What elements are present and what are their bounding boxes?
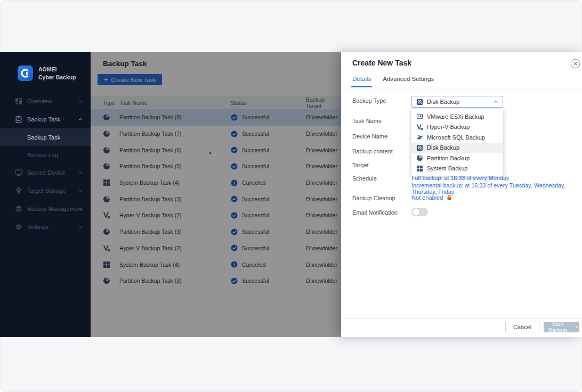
sidebar-item-backup-task[interactable]: Backup Task <box>0 110 91 128</box>
chevron-down-icon <box>78 170 83 175</box>
backup-cleanup-link[interactable]: Not enabled <box>411 194 452 201</box>
sidebar-item-source-device[interactable]: Source Device <box>0 164 91 182</box>
chevron-down-icon <box>575 325 579 329</box>
disk-icon <box>416 99 423 105</box>
backup-type-value: Disk Backup <box>427 99 459 105</box>
sidebar-item-label: Backup Task <box>27 116 60 123</box>
chevron-down-icon <box>78 188 83 193</box>
sidebar-item-label: Target Storage <box>27 187 66 194</box>
sidebar: AOMEI Cyber Backup Overview Backup Task <box>0 52 91 337</box>
target-label: Target <box>352 162 369 168</box>
dropdown-option-partition-backup[interactable]: Partition Backup <box>411 153 503 164</box>
brand-text: AOMEI Cyber Backup <box>38 66 76 80</box>
sidebar-item-label: Backup Task <box>27 134 60 141</box>
dropdown-option-microsoft-sql-backup[interactable]: Microsoft SQL Backup <box>411 132 503 143</box>
dropdown-option-vmware-esxi-backup[interactable]: VMware ESXi Backup <box>411 111 503 122</box>
dropdown-option-hyper-v-backup[interactable]: Hyper-V Backup <box>411 122 503 133</box>
pin-icon <box>15 187 22 194</box>
layers-icon <box>15 205 22 213</box>
chevron-down-icon <box>78 206 83 211</box>
backup-type-dropdown: VMware ESXi Backup Hyper-V Backup Micros… <box>411 109 503 176</box>
device-name-label: Device Name <box>352 133 387 140</box>
brand-line1: AOMEI <box>38 66 76 73</box>
email-notification-label: Email Notification <box>352 209 398 216</box>
screenshot-frame: AOMEI Cyber Backup Overview Backup Task <box>0 0 582 392</box>
sidebar-item-label: Source Device <box>27 169 66 176</box>
option-label: Hyper-V Backup <box>427 124 470 130</box>
option-label: VMware ESXi Backup <box>427 113 484 120</box>
hyperv-icon <box>416 124 423 130</box>
task-name-label: Task Name <box>352 118 382 124</box>
email-notification-toggle[interactable] <box>411 208 428 216</box>
dashboard-icon <box>15 97 22 105</box>
windows-icon <box>416 165 423 172</box>
modal-title: Create New Task <box>352 59 411 67</box>
task-list-pane: Backup Task + Create New Task Type Task … <box>91 52 341 337</box>
toggle-knob <box>413 209 419 216</box>
chevron-down-icon <box>78 224 83 230</box>
monitor-icon <box>15 169 22 176</box>
backup-cleanup-label: Backup Cleanup <box>352 195 395 201</box>
modal-tabs: DetailsAdvanced Settings <box>352 76 434 87</box>
tab-details[interactable]: Details <box>352 76 371 87</box>
dropdown-option-disk-backup[interactable]: Disk Backup <box>411 143 503 153</box>
tabs-divider <box>341 89 582 89</box>
sql-icon <box>416 134 423 141</box>
app-window: AOMEI Cyber Backup Overview Backup Task <box>0 52 582 337</box>
partition-icon <box>416 154 423 161</box>
vmware-icon <box>416 113 423 120</box>
chevron-up-icon <box>493 99 498 104</box>
sidebar-item-label: Backup Log <box>27 152 58 158</box>
dropdown-option-system-backup[interactable]: System Backup <box>411 164 503 174</box>
chevron-up-icon <box>78 117 83 122</box>
modal-dim-overlay <box>91 52 341 337</box>
brand: AOMEI Cyber Backup <box>18 66 76 81</box>
brand-line2: Cyber Backup <box>38 74 76 81</box>
start-backup-button[interactable]: Start Backup <box>544 322 579 332</box>
sidebar-nav: Overview Backup Task Backup Task Backup … <box>0 92 91 236</box>
schedule-incremental-backup-link[interactable]: Incremental backup: at 16:33 of every Tu… <box>411 182 582 195</box>
option-label: System Backup <box>427 165 467 172</box>
sidebar-item-label: Backup Management <box>27 206 83 212</box>
backup-cleanup-value: Not enabled <box>411 194 443 201</box>
sidebar-item-overview[interactable]: Overview <box>0 92 91 110</box>
sidebar-item-backup-management[interactable]: Backup Management <box>0 200 91 218</box>
cancel-button[interactable]: Cancel <box>505 322 539 332</box>
clipboard-icon <box>15 116 22 123</box>
close-icon[interactable] <box>570 59 580 69</box>
create-task-modal: Create New Task DetailsAdvanced Settings… <box>341 52 582 337</box>
tab-advanced-settings[interactable]: Advanced Settings <box>383 76 434 87</box>
gear-icon <box>15 223 22 231</box>
footer-divider <box>341 318 582 318</box>
option-label: Partition Backup <box>427 155 470 161</box>
schedule-label: Schedule <box>352 175 377 182</box>
disk-icon <box>416 144 423 151</box>
backup-type-select[interactable]: Disk Backup <box>411 96 503 108</box>
sidebar-item-label: Settings <box>27 224 48 230</box>
lock-icon <box>446 194 452 201</box>
sidebar-item-label: Overview <box>27 98 52 104</box>
aomei-logo-icon <box>18 66 33 81</box>
backup-content-label: Backup content <box>352 148 393 154</box>
start-backup-label: Start Backup <box>544 321 572 333</box>
option-label: Disk Backup <box>427 144 459 151</box>
sidebar-item-target-storage[interactable]: Target Storage <box>0 182 91 200</box>
backup-type-label: Backup Type <box>352 97 386 104</box>
sidebar-item-backup-task[interactable]: Backup Task <box>0 128 91 146</box>
chevron-down-icon <box>78 99 83 104</box>
sidebar-item-backup-log[interactable]: Backup Log <box>0 146 91 164</box>
option-label: Microsoft SQL Backup <box>427 134 485 141</box>
sidebar-item-settings[interactable]: Settings <box>0 218 91 236</box>
